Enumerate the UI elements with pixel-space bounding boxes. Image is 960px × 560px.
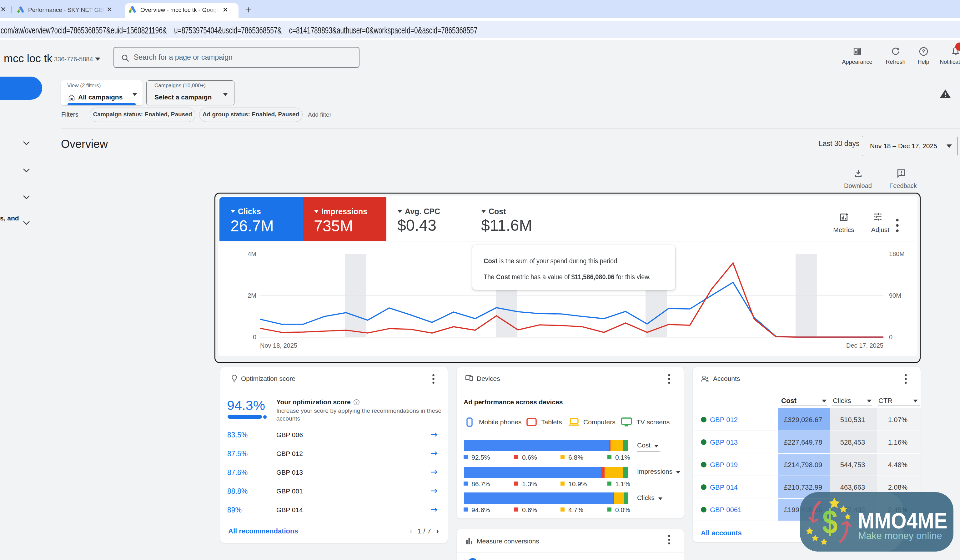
svg-text:?: ? [355, 400, 358, 405]
svg-text:?: ? [922, 48, 925, 54]
svg-text:$: $ [822, 503, 837, 541]
